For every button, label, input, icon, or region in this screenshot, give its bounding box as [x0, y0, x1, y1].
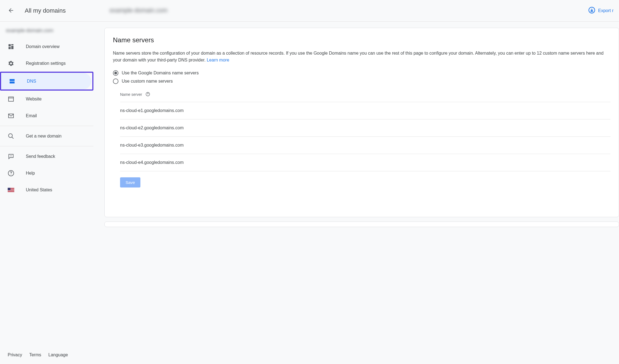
name-server-radio-group: Use the Google Domains name servers Use … [113, 70, 610, 84]
svg-point-4 [11, 174, 11, 175]
download-circle-icon [588, 7, 595, 15]
radio-option-custom-ns[interactable]: Use custom name servers [113, 79, 610, 84]
sidebar-item-help[interactable]: Help [0, 165, 92, 181]
sidebar-item-domain-overview[interactable]: Domain overview [0, 38, 92, 55]
export-button[interactable]: Export r [588, 7, 614, 15]
arrow-left-icon [8, 7, 14, 15]
next-card-peek [104, 222, 619, 227]
name-servers-card: Name servers Name servers store the conf… [104, 28, 619, 217]
sidebar-item-label: Domain overview [26, 44, 60, 49]
dns-icon [9, 78, 15, 85]
card-description: Name servers store the configuration of … [113, 50, 610, 64]
footer-language-link[interactable]: Language [48, 352, 68, 357]
card-description-text: Name servers store the configuration of … [113, 51, 604, 62]
name-server-row: ns-cloud-e3.googledomains.com [120, 137, 610, 154]
header-domain-name: example-domain.com [110, 7, 173, 15]
search-icon [8, 133, 14, 139]
sidebar-item-region[interactable]: United States [0, 181, 92, 198]
us-flag-icon [8, 187, 14, 193]
sidebar-item-label: Send feedback [26, 154, 55, 159]
learn-more-link[interactable]: Learn more [207, 58, 229, 62]
sidebar-item-label: Registration settings [26, 61, 66, 66]
footer-privacy-link[interactable]: Privacy [8, 352, 22, 357]
name-server-row: ns-cloud-e1.googledomains.com [120, 102, 610, 119]
radio-label: Use the Google Domains name servers [122, 71, 199, 75]
sidebar-item-label: DNS [27, 79, 36, 84]
table-header-label: Name server [120, 92, 142, 97]
name-server-row: ns-cloud-e2.googledomains.com [120, 119, 610, 137]
dashboard-icon [8, 43, 14, 50]
radio-input-checked[interactable] [113, 70, 118, 76]
sidebar: example-domain.com Domain overview Regis… [0, 22, 93, 364]
sidebar-item-label: United States [26, 187, 52, 192]
svg-point-2 [11, 156, 11, 157]
sidebar-item-label: Email [26, 113, 37, 118]
svg-point-6 [148, 95, 148, 95]
name-server-table: Name server ns-cloud-e1.googledomains.co… [113, 92, 610, 187]
help-tooltip-icon[interactable] [145, 92, 150, 97]
sidebar-item-dns[interactable]: DNS [1, 73, 91, 89]
email-icon [8, 113, 14, 119]
radio-label: Use custom name servers [122, 79, 173, 84]
sidebar-item-label: Get a new domain [26, 134, 62, 139]
sidebar-footer: Privacy Terms Language [0, 352, 93, 364]
sidebar-domain-name: example-domain.com [6, 28, 64, 34]
sidebar-item-email[interactable]: Email [0, 107, 92, 124]
card-title: Name servers [113, 36, 610, 44]
name-server-row: ns-cloud-e4.googledomains.com [120, 154, 610, 171]
sidebar-item-get-new-domain[interactable]: Get a new domain [0, 128, 92, 144]
sidebar-item-registration-settings[interactable]: Registration settings [0, 55, 92, 72]
gear-icon [8, 60, 14, 67]
radio-input-unchecked[interactable] [113, 79, 118, 84]
sidebar-item-send-feedback[interactable]: Send feedback [0, 148, 92, 165]
footer-terms-link[interactable]: Terms [29, 352, 41, 357]
breadcrumb-all-domains[interactable]: All my domains [25, 7, 66, 14]
sidebar-item-label: Website [26, 97, 42, 102]
main-content: Name servers Name servers store the conf… [93, 22, 619, 364]
svg-point-1 [9, 134, 12, 138]
save-button[interactable]: Save [120, 177, 140, 187]
top-bar: All my domains example-domain.com Export… [0, 0, 619, 22]
sidebar-item-label: Help [26, 171, 35, 176]
table-header-row: Name server [120, 92, 610, 102]
radio-option-google-ns[interactable]: Use the Google Domains name servers [113, 70, 610, 76]
export-label: Export r [598, 8, 614, 13]
feedback-icon [8, 153, 14, 160]
help-icon [8, 170, 14, 177]
back-button[interactable] [5, 5, 16, 16]
website-icon [8, 96, 14, 102]
sidebar-item-website[interactable]: Website [0, 91, 92, 107]
